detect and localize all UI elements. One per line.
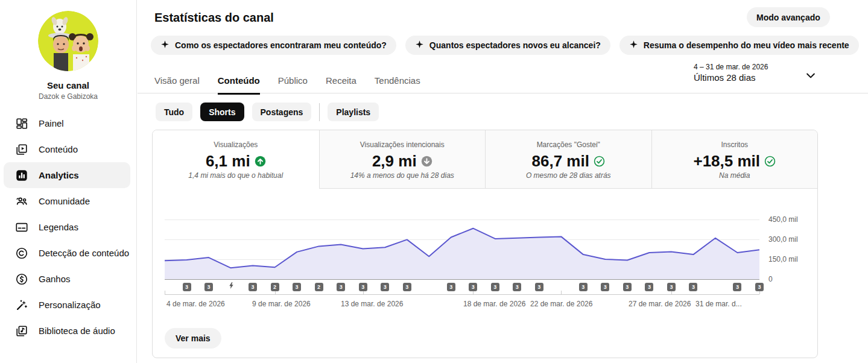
tab-vis-o-geral[interactable]: Visão geral — [154, 68, 200, 95]
tab-p-blico[interactable]: Público — [278, 68, 308, 95]
sidebar-item-label: Personalização — [39, 300, 101, 310]
upload-marker[interactable]: 3 — [293, 283, 301, 291]
sidebar-item-detec-o-de-conte-do[interactable]: Detecção de conteúdo — [0, 240, 136, 266]
upload-marker[interactable]: 3 — [579, 283, 588, 291]
sidebar-item-label: Detecção de conteúdo — [39, 248, 129, 258]
sidebar-item-conte-do[interactable]: Conteúdo — [0, 136, 136, 162]
upload-marker[interactable]: 3 — [403, 283, 411, 291]
ai-suggestion-chip-2[interactable]: Quantos espectadores novos eu alcancei? — [405, 36, 610, 55]
upload-marker[interactable]: 3 — [204, 283, 213, 291]
ai-suggestion-label: Resuma o desempenho do meu vídeo mais re… — [644, 40, 849, 50]
dashboard-icon — [14, 116, 29, 131]
upload-marker[interactable]: 3 — [447, 283, 455, 291]
filter-chip-postagens[interactable]: Postagens — [252, 103, 312, 121]
copyright-icon — [14, 246, 29, 260]
ai-suggestion-chip-1[interactable]: Como os espectadores encontraram meu con… — [151, 36, 396, 55]
x-axis-date-label: 31 de mar. d... — [695, 300, 742, 308]
metric-card-marca-es-gostei-[interactable]: Marcações "Gostei"86,7 milO mesmo de 28 … — [485, 130, 651, 189]
metric-card-visualiza-es[interactable]: Visualizações6,1 mi1,4 mi mais do que o … — [153, 130, 319, 189]
upload-marker[interactable]: 3 — [337, 283, 345, 291]
earnings-icon — [14, 272, 29, 286]
x-axis-line — [165, 294, 759, 295]
check-green-icon — [764, 156, 776, 167]
sidebar-item-label: Biblioteca de áudio — [39, 326, 115, 336]
upload-marker[interactable]: 3 — [249, 283, 257, 291]
y-axis-label: 450,0 mil — [768, 215, 798, 224]
channel-name: Dazok e Gabizoka — [0, 92, 136, 101]
chart-plot — [165, 215, 759, 282]
metric-label: Visualizações — [153, 140, 319, 149]
x-axis-date-label: 13 de mar. de 2026 — [341, 300, 403, 308]
x-axis-date-label: 4 de mar. de 2026 — [166, 300, 225, 308]
metric-subtitle: Na média — [652, 171, 818, 180]
metric-card-visualiza-es-intencionais[interactable]: Visualizações intencionais2,9 mi14% a me… — [319, 130, 486, 189]
arrow-down-gray-icon — [421, 156, 432, 167]
metric-subtitle: 14% a menos do que há 28 dias — [320, 171, 486, 180]
upload-marker[interactable]: 3 — [535, 283, 543, 291]
upload-marker[interactable]: 2 — [315, 283, 323, 291]
metric-value-text: +18,5 mil — [693, 152, 760, 171]
chevron-down-icon[interactable] — [805, 69, 817, 84]
check-green-icon — [594, 156, 605, 167]
upload-marker[interactable]: 3 — [469, 283, 477, 291]
upload-marker[interactable]: 3 — [645, 283, 653, 291]
filter-chip-playlists[interactable]: Playlists — [328, 103, 379, 121]
y-axis-label: 150,0 mil — [768, 255, 798, 264]
sidebar-item-ganhos[interactable]: Ganhos — [0, 266, 136, 292]
page-title: Estatísticas do canal — [154, 11, 274, 25]
content-icon — [14, 142, 29, 157]
tab-tend-ncias[interactable]: Tendências — [375, 68, 420, 95]
sidebar-item-painel[interactable]: Painel — [0, 110, 136, 136]
upload-marker[interactable]: 3 — [667, 283, 676, 291]
date-range-picker[interactable]: 4 – 31 de mar. de 2026 Últimos 28 dias — [694, 63, 768, 83]
metric-cards-row: Visualizações6,1 mi1,4 mi mais do que o … — [153, 130, 817, 189]
subtitles-icon — [14, 220, 29, 235]
filter-chip-shorts[interactable]: Shorts — [200, 103, 244, 121]
sidebar: Seu canal Dazok e Gabizoka PainelConteúd… — [0, 0, 137, 363]
upload-marker[interactable]: 3 — [491, 283, 499, 291]
metric-card-inscritos[interactable]: Inscritos+18,5 milNa média — [651, 130, 818, 189]
upload-marker-shorts-icon[interactable] — [227, 282, 235, 290]
upload-marker[interactable]: 3 — [733, 283, 741, 291]
upload-marker[interactable]: 3 — [623, 283, 632, 291]
sidebar-item-label: Legendas — [39, 222, 78, 232]
sidebar-item-label: Painel — [39, 118, 64, 128]
ai-suggestion-chips: Como os espectadores encontraram meu con… — [151, 36, 868, 55]
tab-conte-do[interactable]: Conteúdo — [218, 68, 260, 95]
metric-label: Visualizações intencionais — [320, 140, 486, 149]
sidebar-item-analytics[interactable]: Analytics — [4, 162, 130, 188]
upload-marker[interactable]: 2 — [271, 283, 279, 291]
metric-value: 86,7 mil — [486, 152, 651, 171]
analytics-tabs: Visão geralConteúdoPúblicoReceitaTendênc… — [154, 68, 420, 95]
tab-receita[interactable]: Receita — [326, 68, 356, 95]
metric-value-text: 2,9 mi — [372, 152, 417, 171]
upload-marker[interactable]: 3 — [183, 283, 191, 291]
metric-subtitle: 1,4 mi mais do que o habitual — [153, 171, 319, 180]
sparkle-icon — [160, 40, 169, 51]
upload-marker[interactable]: 3 — [513, 283, 521, 291]
ai-suggestion-chip-3[interactable]: Resuma o desempenho do meu vídeo mais re… — [619, 36, 859, 55]
sidebar-item-label: Conteúdo — [39, 144, 78, 154]
sidebar-item-label: Analytics — [39, 170, 79, 180]
metric-value: 2,9 mi — [320, 152, 486, 171]
x-axis-date-label: 27 de mar. de 2026 — [629, 300, 691, 308]
upload-marker[interactable]: 3 — [601, 283, 609, 291]
upload-marker[interactable]: 3 — [359, 283, 367, 291]
upload-marker[interactable]: 3 — [689, 283, 697, 291]
sidebar-item-biblioteca-de-udio[interactable]: Biblioteca de áudio — [0, 318, 136, 344]
avatar-image — [38, 11, 98, 71]
x-axis-tick — [561, 291, 562, 294]
filter-divider — [319, 103, 320, 121]
upload-marker[interactable]: 3 — [381, 283, 389, 291]
sidebar-item-personaliza-o[interactable]: Personalização — [0, 292, 136, 318]
advanced-mode-button[interactable]: Modo avançado — [747, 7, 830, 27]
channel-avatar[interactable] — [38, 11, 98, 71]
sidebar-item-legendas[interactable]: Legendas — [0, 214, 136, 240]
sparkle-icon — [629, 40, 638, 51]
sidebar-item-label: Ganhos — [39, 274, 71, 284]
sidebar-item-comunidade[interactable]: Comunidade — [0, 188, 136, 214]
upload-marker[interactable]: 3 — [755, 283, 764, 291]
see-more-button[interactable]: Ver mais — [165, 328, 221, 349]
ai-suggestion-label: Quantos espectadores novos eu alcancei? — [429, 40, 601, 50]
filter-chip-tudo[interactable]: Tudo — [156, 103, 192, 121]
